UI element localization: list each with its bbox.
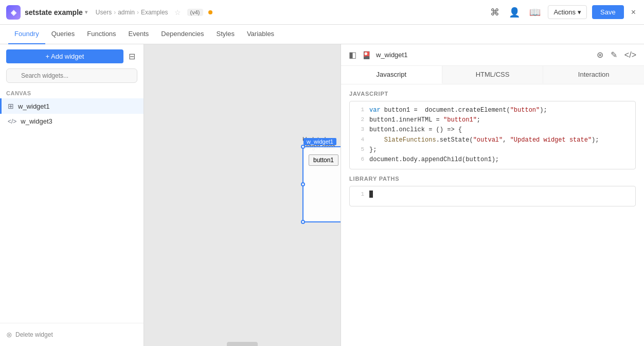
library-paths-editor[interactable]: 1: [349, 186, 636, 206]
canvas-resize-handle[interactable]: [227, 342, 258, 346]
delete-widget-button[interactable]: ⊗ Delete widget: [6, 328, 53, 341]
handle-bottom-left[interactable]: [301, 220, 305, 224]
tab-variables[interactable]: Variables: [241, 25, 280, 44]
sidebar-header: + Add widget ⊟: [0, 44, 144, 68]
library-cursor-line: 1: [350, 191, 635, 198]
breadcrumb-examples[interactable]: Examples: [141, 9, 168, 16]
panel-header-right: ⊛ ✎ </>: [595, 48, 638, 61]
search-bar-container: 🔍: [0, 68, 144, 88]
main-layout: + Add widget ⊟ 🔍 CANVAS ⊞ w_widget1 </> …: [0, 44, 644, 346]
book-icon-btn[interactable]: 📖: [527, 5, 543, 20]
add-widget-button[interactable]: + Add widget: [6, 49, 123, 63]
topbar-right: ⌘ 👤 📖 Actions ▾ Save ×: [488, 5, 638, 20]
tab-events[interactable]: Events: [122, 25, 155, 44]
code-line-6: 6 document.body.appendChild(button1);: [350, 155, 635, 165]
app-title: setstate example ▾: [25, 8, 87, 16]
panel-widget-name: w_widget1: [376, 51, 407, 59]
actions-chevron-icon: ▾: [578, 8, 581, 16]
widget-box-label: w_widget1: [303, 138, 336, 145]
tab-foundry[interactable]: Foundry: [8, 25, 45, 44]
tab-html-css[interactable]: HTML/CSS: [442, 66, 543, 84]
code-line-1: 1 var button1 = document.createElement("…: [350, 106, 635, 115]
user-icon-btn[interactable]: 👤: [507, 5, 522, 20]
code-line-3: 3 button1.onclick = () => {: [350, 125, 635, 135]
topbar: ◈ setstate example ▾ Users › admin › Exa…: [0, 0, 644, 25]
sidebar: + Add widget ⊟ 🔍 CANVAS ⊞ w_widget1 </> …: [0, 44, 144, 346]
widget-name-3: w_widget3: [21, 117, 52, 125]
sidebar-item-w-widget1[interactable]: ⊞ w_widget1: [0, 98, 144, 114]
delete-icon: ⊗: [6, 331, 12, 339]
library-section-label: LIBRARY PATHS: [349, 176, 636, 182]
app-name: setstate example: [25, 8, 83, 16]
panel-header: ◧ 🎴 w_widget1 ⊛ ✎ </>: [341, 44, 644, 66]
command-icon-btn[interactable]: ⌘: [488, 5, 502, 20]
canvas-area[interactable]: Updated widget state w_widget1 button1: [144, 44, 341, 346]
version-badge: (v4): [187, 9, 203, 16]
tab-javascript[interactable]: Javascript: [341, 66, 442, 84]
panel-back-button[interactable]: ◧: [347, 48, 358, 61]
code-line-2: 2 button1.innerHTML = "button1";: [350, 115, 635, 125]
sidebar-item-w-widget3[interactable]: </> w_widget3: [0, 114, 144, 129]
code-line-4: 4 SlateFunctions.setState("outval", "Upd…: [350, 135, 635, 145]
save-button[interactable]: Save: [592, 5, 624, 19]
breadcrumb-users[interactable]: Users: [96, 9, 112, 16]
app-icon: ◈: [6, 5, 21, 20]
panel-layers-button[interactable]: ⊛: [595, 48, 605, 61]
actions-label: Actions: [553, 8, 576, 16]
nav-tabs: Foundry Queries Functions Events Depende…: [0, 25, 644, 44]
actions-button[interactable]: Actions ▾: [548, 5, 587, 19]
panel-widget-icon: 🎴: [362, 51, 371, 59]
collapse-sidebar-button[interactable]: ⊟: [127, 49, 137, 63]
right-panel: ◧ 🎴 w_widget1 ⊛ ✎ </> Javascript HTML/CS…: [341, 44, 644, 346]
unsaved-dot: [208, 10, 212, 14]
widget-box[interactable]: w_widget1 button1: [302, 146, 341, 222]
title-chevron-icon[interactable]: ▾: [85, 9, 87, 15]
canvas-label: CANVAS: [0, 88, 144, 98]
panel-edit-button[interactable]: ✎: [609, 48, 619, 61]
tab-functions[interactable]: Functions: [81, 25, 122, 44]
breadcrumb-admin[interactable]: admin: [118, 9, 135, 16]
handle-middle-left[interactable]: [301, 182, 305, 186]
widget-icon-code: </>: [8, 118, 16, 125]
text-cursor: [369, 191, 373, 198]
panel-tabs: Javascript HTML/CSS Interaction: [341, 66, 644, 84]
library-paths-section: LIBRARY PATHS 1: [341, 176, 644, 213]
search-input[interactable]: [6, 68, 137, 83]
handle-top-left[interactable]: [301, 145, 305, 149]
tab-styles[interactable]: Styles: [210, 25, 240, 44]
panel-code-button[interactable]: </>: [623, 49, 638, 61]
tab-dependencies[interactable]: Dependencies: [155, 25, 210, 44]
delete-label: Delete widget: [15, 331, 53, 338]
widget-icon-grid: ⊞: [8, 102, 14, 110]
widget-name-1: w_widget1: [18, 102, 49, 110]
tab-interaction[interactable]: Interaction: [543, 66, 644, 84]
sidebar-bottom: ⊗ Delete widget: [0, 323, 144, 346]
js-code-section: JAVASCRIPT 1 var button1 = document.crea…: [341, 84, 644, 176]
js-section-label: JAVASCRIPT: [349, 91, 636, 97]
close-button[interactable]: ×: [629, 6, 638, 19]
breadcrumb: Users › admin › Examples: [96, 9, 168, 16]
tab-queries[interactable]: Queries: [45, 25, 81, 44]
star-icon[interactable]: ☆: [174, 8, 181, 16]
widget-button1[interactable]: button1: [309, 154, 338, 166]
code-line-5: 5 };: [350, 145, 635, 155]
js-code-editor[interactable]: 1 var button1 = document.createElement("…: [349, 101, 636, 169]
